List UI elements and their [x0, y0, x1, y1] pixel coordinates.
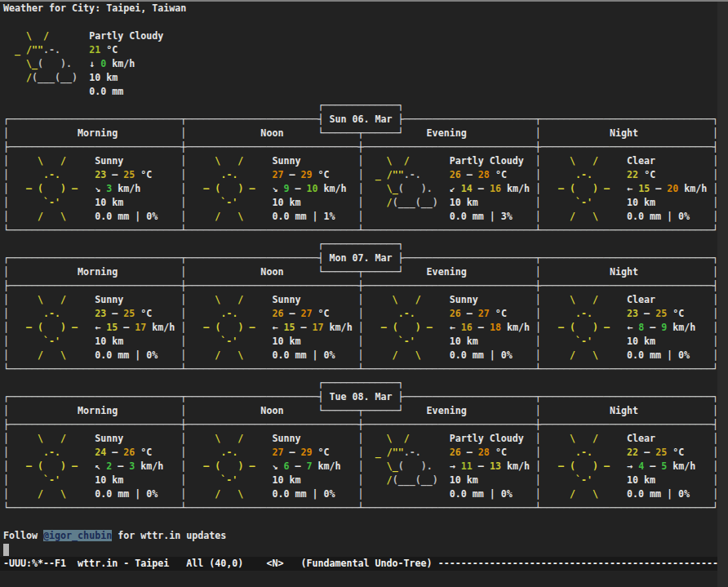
text-run: Sun 06. Mar	[323, 113, 397, 125]
text-run: 23	[627, 308, 638, 319]
text-run: 0.0 mm | 0%	[627, 488, 690, 500]
text-run: 10 km	[450, 474, 478, 486]
text-run: Sunny	[95, 433, 123, 444]
text-run: │	[535, 169, 541, 180]
text-run	[300, 433, 357, 444]
text-run: ↖	[95, 460, 106, 472]
text-run: │	[535, 308, 541, 319]
text-run: │	[3, 474, 9, 486]
text-run: ↘	[272, 460, 283, 472]
text-run	[152, 308, 180, 319]
text-run: Sunny	[272, 433, 300, 444]
text-run: │	[535, 460, 541, 472]
text-run: .-.	[43, 44, 89, 56]
text-run: – ( ) –	[9, 460, 95, 472]
text-run: ( ).	[38, 58, 89, 69]
text-run: →	[627, 460, 638, 472]
text-run: 26	[450, 308, 461, 319]
text-run: –	[283, 169, 300, 180]
text-run: 10 km	[272, 197, 300, 208]
text-run: │	[535, 183, 541, 194]
text-run	[655, 294, 712, 305]
text-run: .-.	[9, 169, 95, 180]
text-run: / \	[186, 488, 272, 500]
text-run: \ /	[364, 155, 450, 167]
text-run: │	[3, 433, 9, 444]
text-run	[158, 211, 180, 222]
text-run: 27	[272, 169, 283, 180]
text-run: °C	[667, 447, 684, 458]
text-run: 0.0 mm | 0%	[95, 349, 158, 361]
text-run: –	[283, 308, 300, 319]
text-run: │	[358, 336, 364, 347]
text-run	[158, 488, 180, 500]
text-run	[513, 211, 535, 222]
current-line: \ / Partly Cloudy	[3, 29, 717, 43]
table-data-row: │ / \ 0.0 mm | 0% │ / \ 0.0 mm | 0% │ / …	[3, 349, 717, 362]
text-run: – ( ) –	[186, 460, 272, 472]
text-run: │	[3, 183, 9, 194]
text-run: │	[358, 308, 364, 319]
text-run: _ /""	[3, 44, 43, 56]
text-run: 10 km	[627, 474, 655, 486]
text-run: 26	[272, 308, 283, 319]
table-separator: ├──────────────────────────────┼────────…	[3, 418, 717, 432]
current-line: \_( ). ↓ 0 km/h	[3, 57, 717, 71]
text-run: 0.0 mm | 1%	[272, 211, 335, 222]
text-run: .-.	[364, 308, 450, 319]
text-run: – ( ) –	[186, 183, 272, 194]
text-run: km/h	[501, 322, 530, 333]
modeline: -UUU:%*--F1 wttr.in - Taipei All (40,0) …	[0, 557, 717, 571]
text-run: `-'	[541, 336, 627, 347]
table-top-border: ┌──────────────────────────────┬────────…	[3, 113, 717, 127]
text-run: │	[3, 488, 9, 500]
text-run: – ( ) –	[9, 322, 95, 333]
text-run	[684, 308, 712, 319]
twitter-handle-link[interactable]: @igor_chubin	[43, 530, 112, 541]
text-run: –	[461, 169, 478, 180]
text-run: 0.0 mm | 0%	[450, 349, 513, 361]
text-run: ↙	[450, 183, 461, 194]
text-run: \ /	[9, 294, 95, 305]
text-run: °C	[313, 308, 330, 319]
text-run: ( ).	[398, 460, 450, 472]
text-run: \ /	[186, 155, 272, 167]
text-run: ↘	[272, 183, 283, 194]
text-run: 23	[95, 308, 106, 319]
text-run: │	[712, 322, 718, 333]
text-run: 17	[313, 322, 324, 333]
text-run: Sunny	[450, 294, 478, 305]
text-run: ├──────────────────────────────┼────────…	[3, 419, 718, 430]
text-run: km/h	[318, 183, 347, 194]
table-data-row: │ .-. 24 – 26 °C │ .-. 27 – 29 °C │ _ /"…	[3, 446, 717, 460]
text-run: ( ).	[398, 183, 450, 194]
text-run	[478, 294, 535, 305]
echo-area	[0, 571, 717, 587]
follow-suffix: for wttr.in updates	[112, 530, 226, 541]
text-run	[152, 447, 180, 458]
text-run: │	[535, 197, 541, 208]
text-run: │	[3, 336, 9, 347]
text-run: 23	[95, 169, 106, 180]
table-bottom-border: └──────────────────────────────┴────────…	[3, 501, 717, 515]
text-run: │	[535, 211, 541, 222]
text-run: │	[712, 197, 718, 208]
text-run: 13	[490, 460, 501, 472]
text-run	[684, 447, 712, 458]
text-run: Sunny	[272, 155, 300, 167]
text-run: Partly Cloudy	[450, 155, 524, 167]
text-run: –	[295, 322, 313, 333]
text-run: │	[535, 474, 541, 486]
text-run: │	[712, 460, 718, 472]
text-run: │	[358, 183, 364, 194]
text-run: │	[535, 155, 541, 167]
text-run: 27	[478, 308, 490, 319]
text-run: │	[712, 447, 718, 458]
text-run: ├───────────────────────┬───────────────…	[398, 252, 718, 264]
text-run: `-'	[186, 197, 272, 208]
text-run: \ /	[541, 155, 627, 167]
text-run: └──────────────────────────────┴────────…	[3, 502, 718, 514]
text-run	[335, 349, 358, 361]
text-run: │	[712, 294, 718, 305]
text-run: │	[358, 322, 364, 333]
